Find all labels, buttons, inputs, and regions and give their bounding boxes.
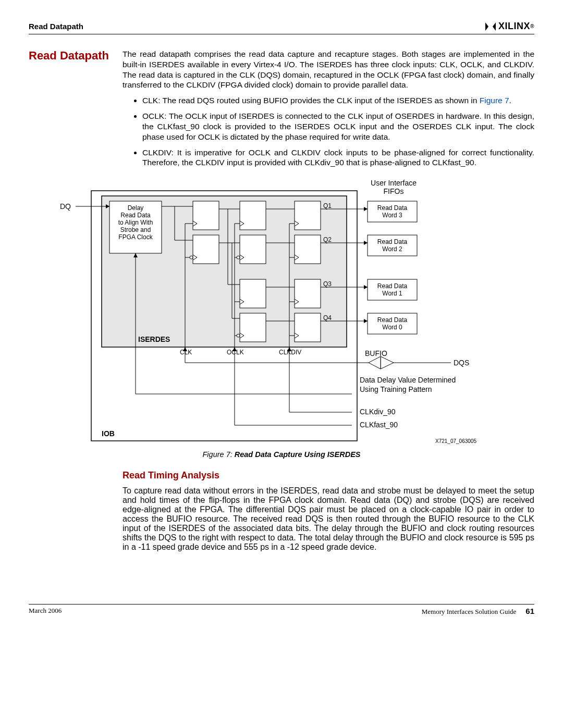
svg-rect-17 bbox=[295, 313, 321, 342]
label-clkdiv90: CLKdiv_90 bbox=[360, 408, 396, 416]
footer-page-number: 61 bbox=[525, 607, 534, 615]
fifo-word-0: Read DataWord 0 bbox=[368, 316, 417, 331]
footer-date: March 2006 bbox=[29, 607, 62, 616]
svg-rect-15 bbox=[295, 235, 321, 264]
label-oclk: OCLK bbox=[227, 349, 244, 356]
bullet-oclk: OCLK: The OCLK input of ISERDES is conne… bbox=[142, 111, 534, 142]
label-training-2: Using Training Pattern bbox=[360, 385, 432, 393]
label-iob: IOB bbox=[102, 429, 115, 438]
timing-paragraph: To capture read data without errors in t… bbox=[123, 486, 534, 552]
bullet-clk: CLK: The read DQS routed using BUFIO pro… bbox=[142, 95, 534, 106]
svg-marker-41 bbox=[364, 319, 368, 323]
svg-marker-61 bbox=[369, 356, 381, 369]
label-clkfast90: CLKfast_90 bbox=[360, 421, 398, 429]
bullet-clkdiv: CLKDIV: It is imperative for OCLK and CL… bbox=[142, 147, 534, 168]
svg-rect-10 bbox=[240, 201, 266, 230]
svg-rect-12 bbox=[240, 279, 266, 308]
svg-rect-8 bbox=[193, 201, 219, 230]
svg-point-19 bbox=[237, 256, 240, 259]
intro-paragraph: The read datapath comprises the read dat… bbox=[123, 49, 534, 90]
svg-rect-11 bbox=[240, 235, 266, 264]
label-q2: Q2 bbox=[323, 236, 332, 243]
svg-point-20 bbox=[237, 334, 240, 337]
svg-rect-14 bbox=[295, 201, 321, 230]
subsection-heading: Read Timing Analysis bbox=[123, 470, 534, 481]
svg-marker-39 bbox=[364, 285, 368, 289]
svg-rect-9 bbox=[193, 235, 219, 264]
svg-marker-37 bbox=[364, 241, 368, 245]
svg-rect-16 bbox=[295, 279, 321, 308]
figure-7-diagram: DQ Delay Read Data to Align With Strobe … bbox=[60, 180, 487, 446]
label-q4: Q4 bbox=[323, 314, 332, 322]
fifo-word-1: Read DataWord 1 bbox=[368, 282, 417, 297]
fifo-word-3: Read DataWord 3 bbox=[368, 204, 417, 219]
label-dqs: DQS bbox=[454, 359, 469, 367]
figure-7-link[interactable]: Figure 7 bbox=[480, 96, 509, 105]
label-training-1: Data Delay Value Determined bbox=[360, 376, 456, 384]
section-heading: Read Datapath bbox=[29, 49, 123, 63]
svg-marker-60 bbox=[381, 356, 394, 369]
xilinx-icon bbox=[485, 22, 496, 31]
figure-id: X721_07_063005 bbox=[435, 438, 476, 444]
svg-marker-35 bbox=[364, 207, 368, 211]
svg-point-18 bbox=[190, 256, 193, 259]
label-clk: CLK bbox=[180, 349, 192, 356]
header-section: Read Datapath bbox=[29, 22, 83, 31]
clock-bullet-list: CLK: The read DQS routed using BUFIO pro… bbox=[123, 95, 534, 168]
fifo-word-2: Read DataWord 2 bbox=[368, 238, 417, 253]
label-bufio: BUFIO bbox=[365, 349, 387, 357]
figure-7-caption: Figure 7: Read Data Capture Using ISERDE… bbox=[29, 450, 534, 459]
label-q3: Q3 bbox=[323, 280, 332, 288]
label-dq: DQ bbox=[60, 202, 71, 211]
label-q1: Q1 bbox=[323, 202, 332, 209]
label-iserdes: ISERDES bbox=[138, 335, 170, 343]
xilinx-logo: XILINX® bbox=[485, 21, 534, 32]
page-footer: March 2006 Memory Interfaces Solution Gu… bbox=[29, 604, 534, 616]
label-user-interface-fifos: User InterfaceFIFOs bbox=[360, 179, 427, 195]
page-header: Read Datapath XILINX® bbox=[29, 21, 534, 34]
footer-guide: Memory Interfaces Solution Guide bbox=[422, 608, 517, 616]
delay-block-label: Delay Read Data to Align With Strobe and… bbox=[109, 204, 162, 241]
label-clkdiv: CLKDIV bbox=[279, 349, 301, 356]
svg-rect-13 bbox=[240, 313, 266, 342]
